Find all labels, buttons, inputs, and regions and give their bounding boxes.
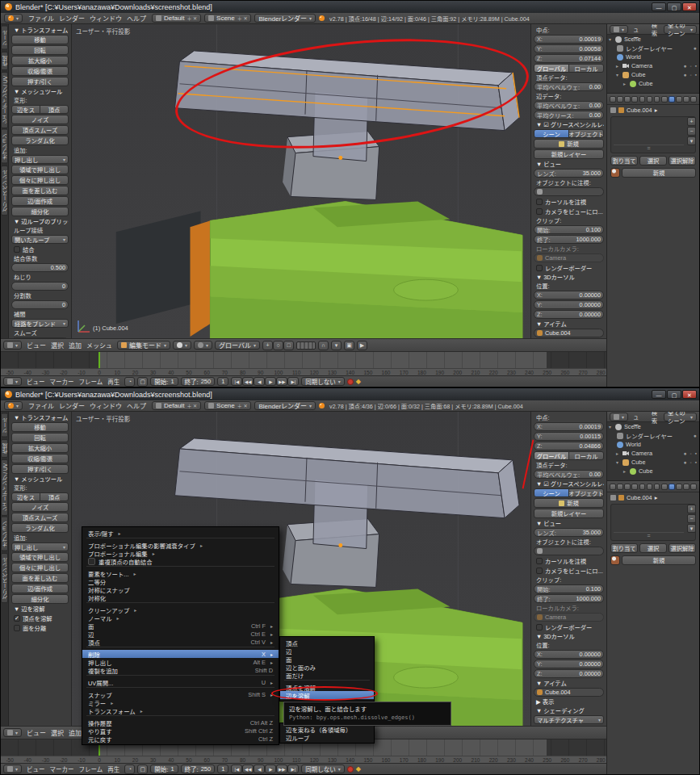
material-tab-icon[interactable]	[669, 96, 675, 103]
playback-button[interactable]: ◀◀	[242, 765, 254, 773]
n-panel-row[interactable]: 位置:	[534, 282, 604, 290]
mode-selector[interactable]: 編集モード▾	[117, 341, 170, 350]
shelf-row[interactable]: 追加:	[11, 534, 69, 542]
menu-item[interactable]	[86, 687, 275, 689]
menu-item[interactable]: ノーマル ▸	[82, 614, 279, 622]
shelf-row[interactable]: 結合	[11, 245, 69, 253]
n-panel-row[interactable]: オブジェクトに注視:	[534, 178, 604, 186]
n-panel-row[interactable]: カメラをビューにロ...	[534, 566, 604, 575]
viewport-menu-item[interactable]: 追加	[66, 342, 84, 350]
menu-item[interactable]: 削除 X ▸	[82, 650, 279, 658]
menu-item[interactable]: 辺ループ	[280, 733, 374, 741]
shelf-row[interactable]: 0	[11, 300, 69, 309]
n-panel-row[interactable]: ▼ ビュー	[534, 519, 604, 527]
menu-item[interactable]: 二等分	[82, 577, 279, 585]
shelf-row[interactable]: 細分化	[11, 594, 69, 604]
expand-arrow-icon[interactable]: ▸	[616, 450, 622, 456]
viewport-menu-item[interactable]: 選択	[48, 342, 66, 350]
n-panel-row[interactable]: ▼ シェーディング	[534, 706, 604, 714]
shelf-row[interactable]: 細分化	[11, 207, 69, 216]
n-panel-row[interactable]: Z: 0.07144	[534, 54, 604, 63]
n-panel-row[interactable]: 新規レイヤー	[534, 149, 604, 159]
n-panel-row[interactable]: カーソルを注視	[534, 556, 604, 565]
scene-tab-icon[interactable]	[624, 96, 631, 103]
editor-type-button[interactable]: ▾	[3, 341, 22, 350]
list-filter[interactable]: =	[614, 532, 684, 538]
playback-button[interactable]: ▶▶	[276, 765, 287, 773]
n-panel-row[interactable]: 開始: 0.100	[534, 584, 604, 593]
visibility-icons[interactable]: ●	[694, 45, 698, 51]
menu-item[interactable]: 複製を追加 Shift D	[82, 666, 279, 674]
deselect-button[interactable]: 選択解除	[669, 543, 696, 553]
keying-set-icon[interactable]: ◆	[356, 378, 361, 385]
menu-item[interactable]: クリーンアップ ▸	[82, 605, 279, 614]
select-button[interactable]: 選択	[639, 156, 667, 165]
menu-item[interactable]: 対称化	[82, 593, 279, 601]
top-menu-item[interactable]: ウィンドウ	[87, 15, 124, 23]
n-panel-row[interactable]: グローバル ローカル	[534, 451, 604, 460]
current-frame-field[interactable]: 1	[217, 377, 228, 386]
menu-item[interactable]: 面だけ	[280, 671, 374, 679]
manipulator-button[interactable]: +	[262, 341, 273, 350]
list-filter[interactable]: =	[614, 145, 684, 151]
n-panel-row[interactable]: 新規レイヤー	[534, 509, 604, 518]
expand-arrow-icon[interactable]: ▾	[609, 36, 614, 42]
shelf-tab[interactable]: グリースペンシル	[1, 165, 8, 216]
render-layers-tab-icon[interactable]	[617, 96, 623, 103]
n-panel-row[interactable]: 平均ベベルウェ: 0.00	[534, 470, 604, 479]
n-panel-row[interactable]: 中点:	[534, 26, 604, 34]
title-bar[interactable]: Blender* [C:¥Users¥anazawa¥Downloads¥scr…	[1, 388, 699, 400]
minimize-button[interactable]: —	[652, 390, 666, 399]
editor-type-button[interactable]: ▾	[610, 413, 628, 421]
outliner-item[interactable]: レンダーレイヤー ●	[607, 44, 699, 52]
timeline-menu-item[interactable]: ビュー	[24, 766, 48, 773]
menu-item[interactable]: UV展開... U ▸	[82, 678, 279, 686]
slot-list-button[interactable]: −	[687, 514, 696, 523]
shelf-row[interactable]: 押す/引く	[11, 77, 69, 86]
render-engine-selector[interactable]: Blenderレンダー▾	[254, 401, 316, 410]
shelf-row[interactable]: 追加:	[11, 146, 69, 154]
shelf-row[interactable]: 押し出し	[11, 155, 69, 164]
material-tab-icon[interactable]	[669, 484, 675, 490]
menu-item[interactable]: 操作履歴 Ctrl Alt Z	[82, 718, 279, 727]
n-panel-row[interactable]: Camera	[534, 253, 604, 262]
n-panel-row[interactable]: 新規	[534, 139, 604, 149]
viewport-menu-item[interactable]: ビュー	[24, 342, 48, 350]
maximize-button[interactable]: ▢	[667, 390, 681, 399]
slot-list-button[interactable]: ▾	[687, 524, 696, 533]
deselect-button[interactable]: 選択解除	[669, 156, 696, 165]
sync-mode-selector[interactable]: 同期しない▾	[301, 377, 345, 386]
layers-widget[interactable]	[296, 341, 316, 350]
shelf-row[interactable]: 辺をス 頂点	[11, 492, 69, 501]
render-layers-tab-icon[interactable]	[617, 484, 623, 490]
shelf-row[interactable]: 分割数	[11, 291, 69, 300]
slot-list-button[interactable]: ▾	[687, 136, 696, 145]
shelf-row[interactable]: ノイズ	[11, 115, 69, 124]
shelf-tab[interactable]: シェーディング / UV	[1, 459, 8, 516]
shelf-row[interactable]: 変形:	[11, 96, 69, 104]
close-button[interactable]: ✕	[682, 390, 697, 399]
expand-arrow-icon[interactable]: ▾	[616, 459, 622, 465]
n-panel-row[interactable]: クリップ:	[534, 216, 604, 224]
n-panel-row[interactable]: Y: 0.00058	[534, 44, 604, 53]
slot-list-button[interactable]: −	[687, 127, 696, 136]
n-panel-row[interactable]: 終了: 1000.000	[534, 235, 604, 244]
manipulator-button[interactable]: □	[283, 341, 294, 350]
shelf-tab[interactable]: シェーディング / UV	[1, 72, 8, 128]
object-tab-icon[interactable]	[639, 96, 646, 103]
n-panel-row[interactable]: 終了: 1000.000	[534, 594, 604, 603]
editor-type-button[interactable]: ▾	[3, 728, 22, 737]
constraints-tab-icon[interactable]	[647, 96, 653, 103]
render-tab-icon[interactable]	[610, 484, 616, 490]
texture-tab-icon[interactable]	[676, 484, 682, 490]
modifiers-tab-icon[interactable]	[654, 484, 660, 490]
expand-arrow-icon[interactable]: ▸	[623, 81, 629, 86]
shelf-row[interactable]: 収縮/膨張	[11, 66, 69, 76]
shelf-row[interactable]: ノイズ	[11, 502, 69, 512]
shelf-row[interactable]: 移動	[11, 422, 69, 432]
world-tab-icon[interactable]	[631, 96, 638, 103]
n-panel-row[interactable]: ▼ ☑ グリースペンシルレイ	[534, 120, 604, 128]
n-panel-row[interactable]: Y: 0.00115	[534, 432, 604, 441]
expand-arrow-icon[interactable]: ▸	[623, 468, 629, 474]
material-browse-icon[interactable]	[610, 168, 620, 178]
